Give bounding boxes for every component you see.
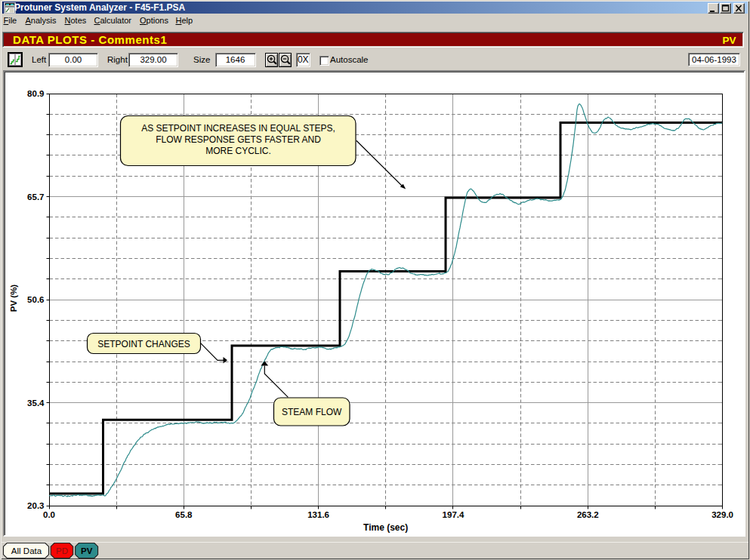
svg-text:SETPOINT CHANGES: SETPOINT CHANGES (97, 339, 190, 349)
svg-text:80.9: 80.9 (27, 89, 44, 98)
svg-text:PV (%): PV (%) (9, 285, 18, 312)
svg-text:131.6: 131.6 (307, 510, 329, 519)
svg-text:All Data: All Data (11, 546, 42, 555)
svg-text:AS SETPOINT INCREASES IN EQUAL: AS SETPOINT INCREASES IN EQUAL STEPS, (141, 123, 335, 134)
svg-text:197.4: 197.4 (443, 510, 465, 519)
svg-text:Time (sec): Time (sec) (363, 522, 408, 533)
svg-text:35.4: 35.4 (27, 398, 45, 408)
svg-text:MORE CYCLIC.: MORE CYCLIC. (205, 146, 271, 156)
svg-text:STEAM FLOW: STEAM FLOW (282, 407, 342, 417)
svg-text:263.2: 263.2 (577, 510, 599, 519)
svg-text:50.6: 50.6 (27, 295, 44, 304)
svg-text:329.0: 329.0 (711, 510, 733, 519)
svg-text:65.7: 65.7 (27, 192, 44, 202)
svg-text:65.8: 65.8 (175, 510, 193, 519)
svg-text:0.0: 0.0 (43, 510, 55, 519)
svg-text:FLOW RESPONSE GETS FASTER AND: FLOW RESPONSE GETS FASTER AND (156, 134, 321, 145)
svg-text:PV: PV (81, 546, 93, 555)
svg-text:20.3: 20.3 (27, 501, 44, 510)
svg-text:PD: PD (56, 546, 68, 555)
